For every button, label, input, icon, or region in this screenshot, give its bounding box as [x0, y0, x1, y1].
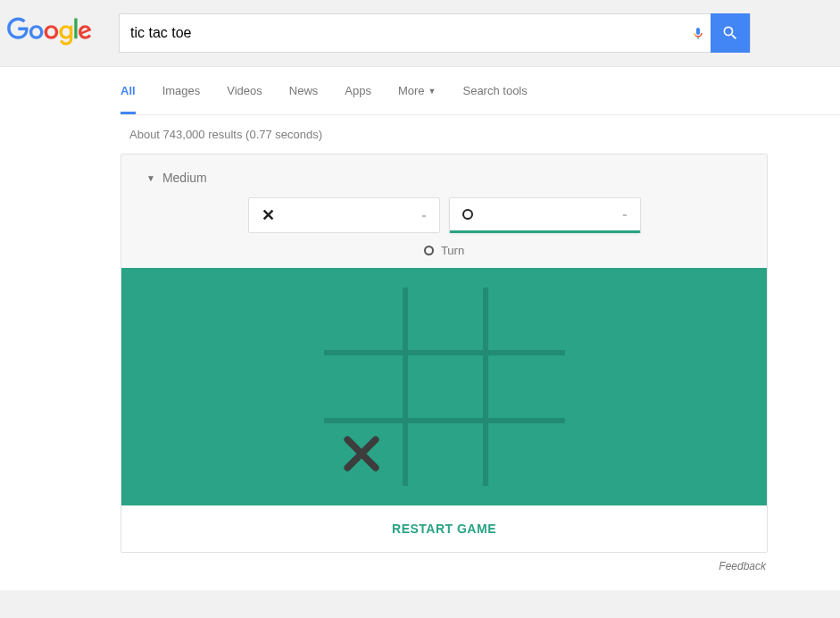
- difficulty-label: Medium: [162, 171, 207, 185]
- game-board: [324, 288, 565, 486]
- turn-indicator: Turn: [121, 244, 767, 257]
- search-box: [119, 13, 751, 53]
- cell-1-0[interactable]: [326, 355, 397, 416]
- turn-label: Turn: [441, 244, 464, 257]
- voice-search-icon[interactable]: [686, 23, 711, 43]
- cell-2-0[interactable]: [326, 423, 397, 484]
- tab-news[interactable]: News: [289, 67, 319, 114]
- chevron-down-icon: ▼: [146, 173, 155, 183]
- tab-all[interactable]: All: [121, 67, 136, 114]
- cell-1-2[interactable]: [490, 355, 561, 416]
- tab-search-tools[interactable]: Search tools: [462, 67, 527, 114]
- tab-more[interactable]: More▼: [398, 67, 437, 114]
- o-icon: [424, 246, 434, 255]
- search-button[interactable]: [711, 13, 750, 53]
- restart-button[interactable]: RESTART GAME: [121, 505, 767, 552]
- player-o-score: -: [622, 206, 627, 222]
- tic-tac-toe-card: ▼ Medium ✕ - - Turn: [121, 154, 768, 553]
- cell-2-2[interactable]: [490, 423, 561, 484]
- result-stats: About 743,000 results (0.77 seconds): [121, 115, 840, 154]
- cell-0-0[interactable]: [326, 288, 397, 348]
- cell-1-1[interactable]: [410, 355, 481, 416]
- search-tabs: All Images Videos News Apps More▼ Search…: [121, 67, 840, 115]
- difficulty-selector[interactable]: ▼ Medium: [121, 171, 767, 197]
- player-x-score: -: [421, 207, 426, 223]
- player-x-scorebox[interactable]: ✕ -: [248, 197, 440, 233]
- player-o-scorebox[interactable]: -: [449, 197, 641, 233]
- tab-images[interactable]: Images: [162, 67, 201, 114]
- cell-0-1[interactable]: [410, 288, 481, 348]
- chevron-down-icon: ▼: [428, 87, 437, 96]
- cell-2-1[interactable]: [410, 423, 481, 484]
- x-mark: [337, 430, 386, 478]
- tab-apps[interactable]: Apps: [345, 67, 371, 114]
- search-input[interactable]: [120, 14, 686, 52]
- google-logo[interactable]: [7, 17, 92, 50]
- feedback-link[interactable]: Feedback: [121, 556, 768, 590]
- o-icon: [462, 209, 473, 220]
- tab-videos[interactable]: Videos: [227, 67, 262, 114]
- cell-0-2[interactable]: [490, 288, 561, 348]
- x-icon: ✕: [262, 205, 275, 225]
